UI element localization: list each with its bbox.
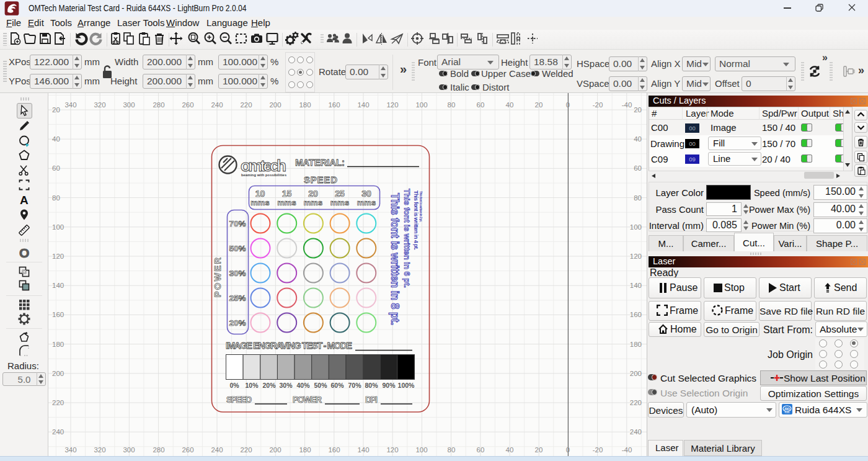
svg-text:POWER: POWER	[293, 395, 322, 405]
svg-text:100: 100	[52, 223, 64, 231]
svg-text:omtech: omtech	[241, 156, 286, 175]
svg-text:0: 0	[566, 446, 570, 454]
svg-text:100: 100	[415, 101, 427, 109]
svg-text:240: 240	[52, 428, 64, 436]
svg-text:40: 40	[506, 101, 514, 109]
svg-text:280: 280	[153, 101, 164, 109]
svg-text:80: 80	[448, 101, 456, 109]
svg-text:120: 120	[386, 446, 398, 454]
svg-text:80: 80	[52, 194, 60, 202]
svg-text:220: 220	[52, 399, 64, 406]
svg-text:25: 25	[335, 189, 345, 199]
svg-text:SPEED: SPEED	[304, 174, 337, 185]
svg-text:40: 40	[634, 135, 642, 143]
svg-text:Ruida: Ruida	[785, 411, 790, 414]
svg-text:10: 10	[255, 189, 265, 199]
svg-text:20: 20	[308, 189, 318, 199]
svg-text:180: 180	[299, 446, 311, 454]
svg-text:30%: 30%	[279, 382, 293, 389]
svg-text:100%: 100%	[398, 382, 415, 389]
svg-text:60: 60	[477, 446, 485, 454]
svg-text:320: 320	[94, 446, 105, 454]
svg-text:0: 0	[566, 101, 570, 109]
svg-text:mms: mms	[250, 198, 269, 207]
svg-text:SPEED: SPEED	[226, 395, 252, 405]
svg-text:160: 160	[328, 446, 340, 454]
svg-text:This font is written in 6 pt.: This font is written in 6 pt.	[402, 189, 412, 288]
svg-text:140: 140	[357, 446, 369, 454]
svg-text:20: 20	[52, 106, 60, 114]
svg-text:This font is written in 2 pt.: This font is written in 2 pt.	[419, 191, 423, 223]
svg-text:60: 60	[477, 101, 485, 109]
svg-text:IMAGE ENGRAVING TEST - MODE: IMAGE ENGRAVING TEST - MODE	[226, 340, 352, 351]
svg-text:60%: 60%	[330, 382, 344, 389]
svg-text:120: 120	[52, 253, 64, 260]
svg-text:160: 160	[52, 311, 64, 318]
svg-text:This font is written in 4 pt.: This font is written in 4 pt.	[413, 190, 419, 250]
svg-text:120: 120	[630, 253, 642, 260]
svg-text:100: 100	[630, 223, 642, 231]
svg-text:340: 340	[64, 101, 76, 109]
svg-text:220: 220	[240, 446, 252, 454]
svg-text:This font is written in 8 pt.: This font is written in 8 pt.	[389, 193, 401, 325]
svg-text:90%: 90%	[382, 382, 396, 389]
svg-text:80: 80	[448, 446, 456, 454]
svg-text:20%: 20%	[229, 318, 246, 328]
svg-text:MATERIAL:: MATERIAL:	[295, 157, 345, 168]
svg-text:-40: -40	[622, 446, 632, 454]
svg-text:300: 300	[123, 101, 135, 109]
svg-text:80: 80	[634, 194, 642, 202]
svg-text:70%: 70%	[348, 382, 361, 389]
svg-text:beaming with possibilities: beaming with possibilities	[241, 173, 286, 177]
svg-text:60: 60	[52, 164, 60, 172]
svg-text:80%: 80%	[365, 382, 378, 389]
svg-text:mms: mms	[277, 198, 296, 207]
svg-text:20: 20	[634, 106, 642, 114]
svg-text:300: 300	[123, 446, 135, 454]
svg-text:140: 140	[630, 282, 642, 289]
svg-text:20: 20	[535, 446, 543, 454]
svg-text:180: 180	[299, 101, 311, 109]
svg-text:280: 280	[153, 446, 164, 454]
svg-text:DPI: DPI	[365, 395, 378, 405]
svg-text:240: 240	[211, 446, 223, 454]
svg-text:10%: 10%	[245, 382, 259, 389]
svg-text:50%: 50%	[229, 244, 246, 253]
svg-text:30%: 30%	[229, 269, 246, 278]
svg-text:160: 160	[630, 311, 642, 318]
svg-text:0%: 0%	[229, 382, 239, 389]
svg-text:160: 160	[328, 101, 340, 109]
svg-text:240: 240	[211, 101, 223, 109]
svg-text:mms: mms	[304, 198, 322, 207]
svg-text:20%: 20%	[262, 382, 276, 389]
svg-text:mms: mms	[330, 198, 349, 207]
svg-text:120: 120	[386, 101, 398, 109]
svg-text:-40: -40	[622, 101, 632, 109]
svg-text:220: 220	[630, 399, 642, 406]
svg-text:RD: RD	[784, 407, 790, 411]
svg-text:100: 100	[415, 446, 427, 454]
svg-text:200: 200	[269, 101, 281, 109]
svg-text:40: 40	[52, 135, 60, 143]
svg-text:260: 260	[182, 101, 193, 109]
svg-text:180: 180	[630, 341, 642, 348]
svg-text:220: 220	[240, 101, 252, 109]
svg-text:20: 20	[535, 101, 543, 109]
svg-text:70%: 70%	[229, 219, 246, 228]
svg-text:200: 200	[269, 446, 281, 454]
svg-text:40: 40	[506, 446, 514, 454]
svg-text:-20: -20	[593, 101, 603, 109]
svg-text:15: 15	[282, 189, 292, 199]
svg-text:140: 140	[52, 282, 64, 289]
svg-text:-20: -20	[593, 446, 603, 454]
svg-text:200: 200	[52, 370, 64, 377]
svg-text:25%: 25%	[229, 293, 246, 303]
svg-text:140: 140	[357, 101, 369, 109]
svg-text:240: 240	[630, 428, 642, 436]
svg-text:50%: 50%	[314, 382, 327, 389]
svg-text:320: 320	[94, 101, 105, 109]
svg-text:180: 180	[52, 341, 64, 348]
svg-text:30: 30	[361, 189, 371, 199]
svg-text:340: 340	[64, 446, 76, 454]
svg-text:40%: 40%	[296, 382, 310, 389]
